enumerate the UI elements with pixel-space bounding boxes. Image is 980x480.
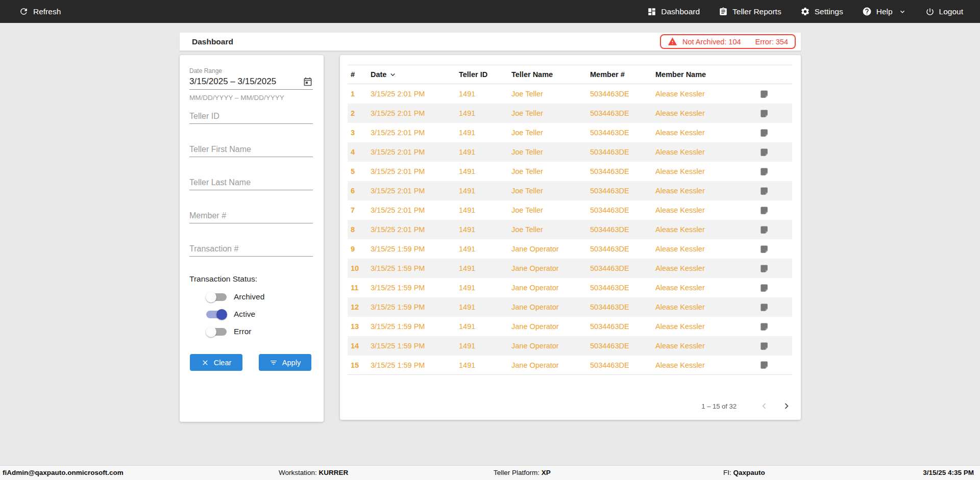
active-switch[interactable] — [206, 311, 227, 318]
calendar-icon[interactable] — [303, 77, 313, 87]
row-teller-name: Joe Teller — [508, 167, 587, 175]
row-teller-name: Joe Teller — [508, 148, 587, 156]
row-teller-id: 1491 — [456, 129, 508, 137]
nav-item-teller-reports[interactable]: Teller Reports — [719, 7, 781, 16]
row-member: 5034463DE — [587, 264, 652, 272]
row-member-name: Alease Kessler — [652, 303, 756, 311]
column-header-member-name: Member Name — [652, 70, 756, 79]
note-icon[interactable] — [760, 244, 792, 254]
dashboard-icon — [647, 7, 656, 16]
row-member: 5034463DE — [587, 284, 652, 292]
row-teller-name: Jane Operator — [508, 361, 587, 369]
clear-button[interactable]: Clear — [190, 354, 242, 371]
note-icon[interactable] — [760, 109, 792, 118]
row-member: 5034463DE — [587, 322, 652, 331]
nav-item-logout[interactable]: Logout — [925, 7, 963, 16]
row-date: 3/15/25 1:59 PM — [368, 284, 456, 292]
note-icon[interactable] — [760, 302, 792, 312]
next-page-button[interactable] — [780, 400, 793, 412]
table-row[interactable]: 13 3/15/25 1:59 PM 1491 Jane Operator 50… — [348, 317, 792, 336]
member-number-field[interactable] — [189, 208, 313, 223]
row-number: 6 — [348, 187, 368, 195]
current-datetime: 3/15/25 4:35 PM — [923, 469, 974, 476]
table-row[interactable]: 3 3/15/25 2:01 PM 1491 Joe Teller 503446… — [348, 123, 792, 142]
status-badge: Not Archived: 104 Error: 354 — [660, 34, 796, 49]
table-row[interactable]: 12 3/15/25 1:59 PM 1491 Jane Operator 50… — [348, 297, 792, 317]
error-count: Error: 354 — [755, 38, 788, 46]
row-member: 5034463DE — [587, 303, 652, 311]
note-icon[interactable] — [760, 186, 792, 196]
table-row[interactable]: 1 3/15/25 2:01 PM 1491 Joe Teller 503446… — [348, 84, 792, 104]
table-row[interactable]: 2 3/15/25 2:01 PM 1491 Joe Teller 503446… — [348, 104, 792, 123]
table-row[interactable]: 5 3/15/25 2:01 PM 1491 Joe Teller 503446… — [348, 162, 792, 181]
note-icon[interactable] — [760, 264, 792, 273]
row-member-name: Alease Kessler — [652, 90, 756, 98]
transaction-number-field[interactable] — [189, 241, 313, 257]
previous-page-button[interactable] — [758, 400, 770, 412]
refresh-button[interactable]: Refresh — [0, 7, 61, 16]
row-teller-name: Joe Teller — [508, 187, 587, 195]
error-switch[interactable] — [206, 328, 227, 336]
table-row[interactable]: 4 3/15/25 2:01 PM 1491 Joe Teller 503446… — [348, 142, 792, 162]
transaction-status-label: Transaction Status: — [189, 274, 257, 284]
not-archived-count: Not Archived: 104 — [682, 38, 741, 46]
note-icon[interactable] — [760, 147, 792, 157]
row-teller-name: Jane Operator — [508, 284, 587, 292]
teller-last-name-field[interactable] — [189, 175, 313, 190]
column-header-num: # — [348, 70, 368, 79]
row-teller-name: Jane Operator — [508, 342, 587, 350]
table-row[interactable]: 11 3/15/25 1:59 PM 1491 Jane Operator 50… — [348, 278, 792, 297]
row-date: 3/15/25 2:01 PM — [368, 225, 456, 234]
nav-item-settings[interactable]: Settings — [800, 7, 843, 16]
nav-item-dashboard[interactable]: Dashboard — [647, 7, 700, 16]
archived-switch[interactable] — [206, 293, 227, 301]
row-number: 14 — [348, 342, 368, 350]
note-icon[interactable] — [760, 128, 792, 138]
note-icon[interactable] — [760, 283, 792, 293]
table-row[interactable]: 6 3/15/25 2:01 PM 1491 Joe Teller 503446… — [348, 181, 792, 200]
row-member-name: Alease Kessler — [652, 342, 756, 350]
active-toggle[interactable]: Active — [206, 308, 255, 321]
archived-toggle[interactable]: Archived — [206, 290, 264, 304]
row-date: 3/15/25 2:01 PM — [368, 167, 456, 175]
row-date: 3/15/25 1:59 PM — [368, 264, 456, 272]
chevron-down-icon — [898, 8, 906, 16]
row-teller-id: 1491 — [456, 264, 508, 272]
teller-id-field[interactable] — [189, 109, 313, 124]
note-icon[interactable] — [760, 206, 792, 215]
note-icon[interactable] — [760, 360, 792, 370]
apply-button[interactable]: Apply — [259, 354, 311, 371]
row-member: 5034463DE — [587, 90, 652, 98]
row-teller-id: 1491 — [456, 187, 508, 195]
column-header-date[interactable]: Date — [368, 70, 456, 79]
row-member-name: Alease Kessler — [652, 148, 756, 156]
row-member: 5034463DE — [587, 206, 652, 214]
note-icon[interactable] — [760, 322, 792, 332]
table-header-row: # Date Teller ID Teller Name Member # Me… — [348, 65, 792, 84]
note-icon[interactable] — [760, 341, 792, 351]
help-icon — [862, 7, 872, 16]
note-icon[interactable] — [760, 89, 792, 99]
row-date: 3/15/25 2:01 PM — [368, 90, 456, 98]
date-range-input[interactable] — [189, 77, 303, 87]
row-number: 1 — [348, 90, 368, 98]
row-number: 5 — [348, 167, 368, 175]
table-row[interactable]: 8 3/15/25 2:01 PM 1491 Joe Teller 503446… — [348, 220, 792, 239]
note-icon[interactable] — [760, 167, 792, 176]
teller-first-name-field[interactable] — [189, 142, 313, 157]
table-row[interactable]: 14 3/15/25 1:59 PM 1491 Jane Operator 50… — [348, 336, 792, 356]
table-row[interactable]: 10 3/15/25 1:59 PM 1491 Jane Operator 50… — [348, 259, 792, 278]
row-date: 3/15/25 1:59 PM — [368, 322, 456, 331]
nav-item-help[interactable]: Help — [862, 7, 906, 16]
error-toggle[interactable]: Error — [206, 325, 251, 338]
table-row[interactable]: 15 3/15/25 1:59 PM 1491 Jane Operator 50… — [348, 356, 792, 375]
row-date: 3/15/25 2:01 PM — [368, 148, 456, 156]
note-icon[interactable] — [760, 225, 792, 235]
table-row[interactable]: 9 3/15/25 1:59 PM 1491 Jane Operator 503… — [348, 239, 792, 259]
row-member-name: Alease Kessler — [652, 361, 756, 369]
table-row[interactable]: 7 3/15/25 2:01 PM 1491 Joe Teller 503446… — [348, 200, 792, 220]
row-member-name: Alease Kessler — [652, 129, 756, 137]
row-member: 5034463DE — [587, 148, 652, 156]
row-member: 5034463DE — [587, 109, 652, 117]
row-teller-id: 1491 — [456, 148, 508, 156]
